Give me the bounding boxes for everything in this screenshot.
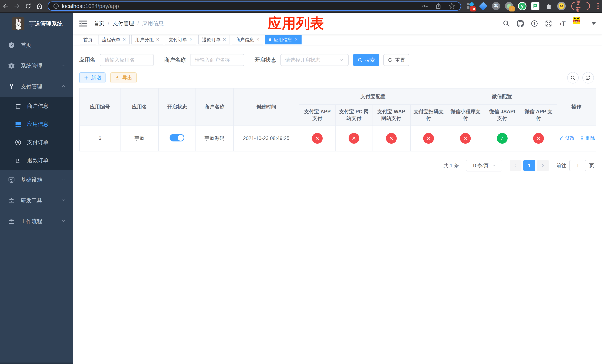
- tab-user-group[interactable]: 用户分组: [131, 35, 163, 44]
- url-text[interactable]: localhost:1024/pay/app: [62, 3, 422, 9]
- tab-process-form[interactable]: 流程表单: [98, 35, 129, 44]
- page-suffix-label: 页: [589, 162, 594, 169]
- tab-refund-order[interactable]: 退款订单: [198, 35, 230, 44]
- pagination-total: 共 1 条: [443, 162, 459, 169]
- avatar-caret-icon[interactable]: [592, 22, 596, 25]
- wechat-app-status-icon: [533, 133, 544, 144]
- add-button[interactable]: 新增: [79, 72, 106, 83]
- bookmark-star-icon[interactable]: [448, 3, 455, 10]
- delete-link[interactable]: 删除: [580, 135, 595, 141]
- tab-home[interactable]: 首页: [80, 35, 96, 44]
- breadcrumb-home[interactable]: 首页: [94, 20, 104, 27]
- app-logo-row[interactable]: 芋道管理系统: [0, 13, 73, 35]
- reset-button[interactable]: 重置: [383, 54, 409, 66]
- password-key-icon[interactable]: [422, 3, 428, 10]
- close-icon[interactable]: [294, 38, 298, 42]
- page-number-1[interactable]: 1: [523, 160, 535, 171]
- sidebar-collapse-icon[interactable]: [79, 19, 87, 28]
- sidebar-item-home[interactable]: 首页: [0, 35, 73, 55]
- pagination: 共 1 条 10条/页 1 前往 页: [79, 160, 596, 171]
- sidebar-item-refund-order[interactable]: 退款订单: [0, 151, 73, 170]
- extension-command-icon[interactable]: ⌘: [492, 2, 500, 10]
- chevron-down-icon: [61, 177, 66, 183]
- sidebar-item-merchant-info[interactable]: 商户信息: [0, 97, 73, 115]
- alipay-qr-status-icon: [423, 133, 434, 144]
- user-avatar[interactable]: [573, 17, 586, 30]
- documents-icon: [14, 157, 22, 164]
- next-page-button[interactable]: [537, 160, 549, 171]
- tab-merchant-info[interactable]: 商户信息: [232, 35, 263, 44]
- extensions-puzzle-icon[interactable]: [544, 2, 552, 10]
- tab-app-info[interactable]: 应用信息: [265, 35, 301, 44]
- col-header-wechat-jsapi: 微信 JSAPI 支付: [484, 105, 520, 125]
- merchant-name-input[interactable]: [190, 54, 244, 66]
- forward-arrow-icon: [13, 3, 20, 10]
- close-icon[interactable]: [189, 38, 193, 42]
- breadcrumb: 首页 / 支付管理 / 应用信息: [94, 20, 164, 27]
- app-title: 芋道管理系统: [29, 20, 63, 28]
- trash-icon: [580, 136, 584, 140]
- toggle-search-button[interactable]: [567, 72, 579, 84]
- breadcrumb-current: 应用信息: [142, 20, 164, 27]
- merchant-name-label: 商户名称: [164, 56, 186, 64]
- sidebar-item-system[interactable]: 系统管理: [0, 55, 73, 76]
- prev-page-button[interactable]: [510, 160, 521, 171]
- col-header-wechat-mini: 微信小程序支付: [447, 105, 484, 125]
- browser-update-button[interactable]: 更新: [571, 2, 590, 10]
- browser-reload-button[interactable]: [22, 0, 34, 12]
- browser-forward-button[interactable]: [11, 0, 22, 12]
- browser-menu-icon[interactable]: [597, 3, 599, 9]
- extension-chat-icon[interactable]: [531, 2, 539, 10]
- sidebar-item-app-info[interactable]: 应用信息: [0, 115, 73, 133]
- search-button[interactable]: 搜索: [353, 54, 379, 66]
- address-bar[interactable]: localhost:1024/pay/app: [48, 1, 461, 11]
- close-icon[interactable]: [123, 38, 126, 42]
- browser-back-button[interactable]: [0, 0, 11, 12]
- page-size-select[interactable]: 10条/页: [466, 160, 502, 171]
- tab-pay-order[interactable]: 支付订单: [165, 35, 196, 44]
- sidebar-item-infrastructure[interactable]: 基础设施: [0, 170, 73, 190]
- extension-kite-icon[interactable]: [479, 2, 487, 10]
- command-glyph-icon: ⌘: [492, 2, 500, 10]
- close-icon[interactable]: [256, 38, 259, 42]
- export-button[interactable]: 导出: [110, 72, 137, 83]
- sidebar-item-dev-tools[interactable]: 研发工具: [0, 190, 73, 211]
- extension-recorder-icon[interactable]: 1: [505, 2, 513, 10]
- extension-tabs-icon[interactable]: 10: [466, 2, 474, 10]
- font-size-button[interactable]: тT: [559, 20, 567, 27]
- extensions-row: 10 ⌘ 1 y 更新: [466, 2, 602, 10]
- sidebar-item-label: 首页: [21, 42, 32, 49]
- grey-square-icon: [467, 6, 469, 9]
- header-search-button[interactable]: [502, 20, 510, 27]
- site-info-icon[interactable]: [53, 3, 59, 9]
- dashboard-icon: [7, 42, 16, 49]
- edit-link[interactable]: 修改: [559, 135, 575, 141]
- share-icon[interactable]: [435, 3, 442, 10]
- status-toggle[interactable]: [170, 134, 184, 141]
- github-link-button[interactable]: [516, 20, 524, 27]
- col-header-merchant: 商户名称: [196, 88, 233, 125]
- status-select[interactable]: 请选择开启状态: [280, 54, 349, 66]
- search-icon: [570, 75, 576, 81]
- sidebar-item-payment[interactable]: ¥ 支付管理: [0, 76, 73, 97]
- sidebar-item-pay-order[interactable]: ¥ 支付订单: [0, 133, 73, 151]
- chevron-down-icon: [492, 163, 496, 168]
- close-icon[interactable]: [223, 38, 226, 42]
- breadcrumb-payment[interactable]: 支付管理: [113, 20, 134, 27]
- close-icon[interactable]: [156, 38, 159, 42]
- col-header-status: 开启状态: [159, 88, 196, 125]
- goto-page-input[interactable]: [569, 160, 586, 171]
- url-host: localhost: [62, 3, 84, 9]
- reload-icon: [25, 3, 32, 10]
- app-name-input[interactable]: [100, 54, 154, 66]
- chevron-down-icon: [61, 198, 66, 204]
- browser-home-button[interactable]: [34, 0, 45, 12]
- extension-emoji-icon[interactable]: [557, 2, 566, 10]
- fullscreen-button[interactable]: [545, 20, 552, 27]
- help-doc-button[interactable]: ?: [531, 20, 538, 27]
- page-header: 首页 / 支付管理 / 应用信息 应用列表 ? т: [73, 13, 602, 34]
- extension-y-icon[interactable]: y: [518, 2, 527, 10]
- cell-created-time: 2021-10-23 08:49:25: [233, 125, 299, 151]
- refresh-table-button[interactable]: [582, 72, 594, 84]
- sidebar-item-workflow[interactable]: 工作流程: [0, 211, 73, 232]
